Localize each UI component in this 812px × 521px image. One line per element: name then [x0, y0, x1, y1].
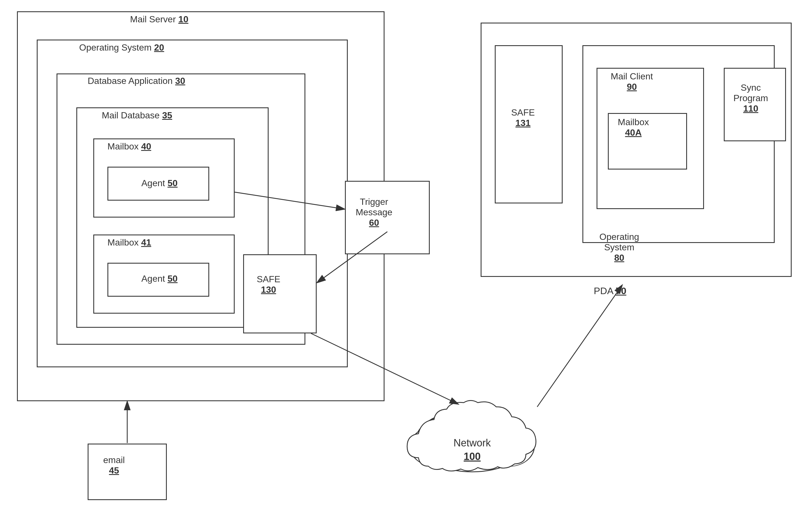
trigger-60-label: TriggerMessage60 [356, 197, 392, 228]
mail-client-90-label: Mail Client90 [611, 71, 653, 92]
os-20-label: Operating System 20 [79, 42, 164, 53]
agent-50b-label: Agent 50 [141, 273, 178, 284]
mailbox-40a-label: Mailbox40A [618, 117, 649, 138]
svg-text:100: 100 [464, 451, 481, 462]
mail-server-label: Mail Server 10 [130, 14, 188, 25]
mailbox-40-label: Mailbox 40 [107, 141, 151, 152]
svg-text:Network: Network [454, 437, 491, 449]
db-app-30-label: Database Application 30 [88, 76, 185, 86]
email-45-label: email45 [103, 455, 125, 476]
sync-110-label: SyncProgram110 [733, 83, 768, 114]
safe-130-label: SAFE130 [257, 274, 281, 295]
agent-50a-label: Agent 50 [141, 178, 178, 188]
pda-70-label: PDA 70 [594, 285, 626, 296]
os-80-label: OperatingSystem80 [599, 232, 639, 263]
mailbox-41-label: Mailbox 41 [107, 237, 151, 248]
mail-db-35-label: Mail Database 35 [102, 110, 172, 121]
network-cloud: Network 100 [390, 384, 554, 497]
diagram: Mail Server 10 Operating System 20 Datab… [0, 0, 812, 521]
email-45-box [88, 444, 167, 500]
safe-131-label: SAFE131 [511, 107, 535, 128]
